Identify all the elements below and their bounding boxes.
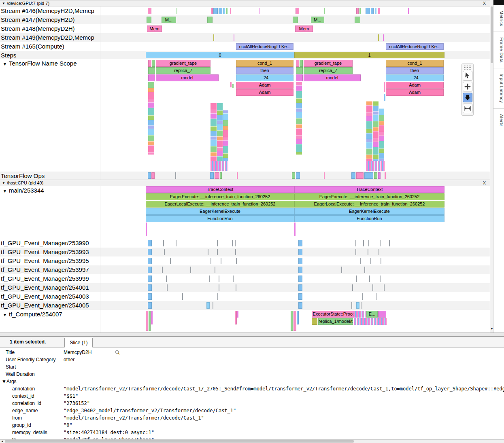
slice-nccl[interactable]: ncclAllReduceRingLLKe... [236, 43, 293, 50]
nested-slice-stack[interactable] [217, 103, 223, 171]
trace-slice[interactable] [359, 8, 361, 14]
slice-eager_kernel[interactable]: EagerKernelExecute [294, 208, 444, 215]
trace-slice[interactable] [148, 8, 151, 14]
trace-slice[interactable] [148, 249, 152, 255]
horizontal-scrollbar[interactable]: ◄ [0, 439, 504, 443]
trace-slice[interactable] [163, 240, 164, 246]
trace-slice[interactable] [213, 34, 214, 41]
trace-slice[interactable] [298, 284, 302, 291]
slice-replica1[interactable]: replica_1/model/t... [318, 318, 353, 325]
trace-slice[interactable] [298, 240, 302, 246]
trace-slice[interactable] [208, 249, 208, 255]
trace-slice[interactable] [384, 94, 385, 101]
slice-_24[interactable]: _24 [386, 74, 444, 81]
trace-slice[interactable] [233, 276, 234, 282]
trace-slice[interactable] [355, 240, 356, 246]
trace-slice[interactable] [296, 8, 299, 14]
trace-slice[interactable] [371, 8, 374, 14]
trace-slice[interactable] [259, 8, 260, 14]
search-icon[interactable] [115, 350, 120, 355]
trace-slice[interactable] [235, 311, 237, 324]
collapse-arrow[interactable]: ▼ [2, 181, 5, 185]
tab-slice[interactable]: Slice (1) [64, 338, 93, 348]
slice-then[interactable]: then [236, 67, 293, 74]
trace-slice[interactable] [217, 293, 218, 300]
slice-eager_local[interactable]: EagerLocalExecute: __inference_train_fun… [146, 201, 294, 208]
trace-slice[interactable] [298, 276, 302, 282]
sidebar-tab-frame-data[interactable]: Frame Data [493, 32, 504, 68]
slice-function_run[interactable]: FunctionRun [146, 215, 294, 222]
trace-slice[interactable] [148, 67, 155, 74]
trace-slice[interactable] [146, 223, 147, 236]
trace-slice[interactable] [190, 267, 191, 273]
trace-slice[interactable] [298, 249, 302, 255]
trace-slice[interactable] [235, 249, 236, 255]
trace-slice[interactable] [237, 172, 238, 179]
trace-slice[interactable] [148, 293, 152, 300]
trace-slice[interactable] [237, 311, 238, 318]
timing-tool-button[interactable] [463, 104, 472, 113]
slice-eager_execute[interactable]: EagerExecute: __inference_train_function… [146, 193, 294, 200]
trace-slice[interactable] [152, 60, 155, 67]
trace-slice[interactable] [341, 267, 342, 273]
slice-adam[interactable]: Adam [386, 82, 444, 89]
trace-slice[interactable] [230, 82, 232, 87]
trace-slice[interactable] [383, 34, 384, 41]
selection-tool-button[interactable] [463, 71, 472, 81]
trace-slice[interactable] [381, 258, 381, 264]
dense-slice-stripes[interactable] [211, 161, 228, 171]
trace-slice[interactable] [293, 17, 298, 23]
trace-slice[interactable] [146, 311, 148, 331]
trace-slice[interactable] [369, 276, 370, 282]
trace-slice[interactable] [355, 17, 360, 23]
trace-slice[interactable] [291, 311, 293, 331]
trace-slice[interactable] [362, 293, 363, 300]
trace-slice[interactable] [235, 240, 236, 246]
trace-slice[interactable] [230, 8, 231, 14]
trace-slice[interactable] [148, 284, 152, 291]
sidebar-tab-alerts[interactable]: Alerts [493, 109, 504, 132]
trace-slice[interactable] [220, 172, 222, 179]
trace-slice[interactable] [206, 302, 210, 309]
trace-slice[interactable] [366, 8, 370, 14]
collapse-arrow[interactable]: ▼ [3, 313, 7, 317]
collapse-arrow[interactable]: ▼ [3, 62, 7, 66]
trace-slice[interactable] [148, 276, 152, 282]
slice-gradient_tape[interactable]: gradient_tape [304, 60, 353, 67]
trace-slice[interactable] [215, 267, 215, 273]
trace-slice[interactable] [166, 276, 167, 282]
trace-slice[interactable] [210, 172, 214, 179]
trace-slice[interactable] [149, 311, 151, 331]
slice-replica_7[interactable]: replica_7 [156, 67, 211, 74]
slice-eager_local[interactable]: EagerLocalExecute: __inference_train_fun… [294, 201, 444, 208]
zoom-tool-button[interactable] [463, 93, 472, 102]
slice-e_short[interactable]: E... [366, 311, 378, 318]
collapse-arrow[interactable]: ▼ [3, 189, 7, 193]
trace-slice[interactable] [292, 172, 295, 179]
trace-slice[interactable] [211, 8, 213, 14]
trace-slice[interactable] [293, 311, 296, 331]
slice-_24[interactable]: _24 [236, 74, 293, 81]
trace-slice[interactable] [148, 267, 152, 273]
trace-slice[interactable] [232, 240, 233, 246]
slice-eager_kernel[interactable]: EagerKernelExecute [146, 208, 294, 215]
trace-slice[interactable] [151, 311, 153, 324]
slice-adam[interactable]: Adam [236, 89, 293, 96]
trace-slice[interactable] [170, 258, 171, 264]
slice-adam[interactable]: Adam [236, 82, 293, 89]
scroll-left-arrow-icon[interactable]: ◄ [0, 440, 4, 443]
trace-slice[interactable] [176, 240, 177, 246]
trace-slice[interactable] [355, 249, 356, 255]
trace-slice[interactable] [213, 8, 218, 14]
dense-slice-stripes[interactable] [366, 161, 385, 171]
trace-slice[interactable] [219, 276, 219, 282]
slice-mem[interactable]: Mem [295, 25, 313, 32]
trace-slice[interactable] [236, 284, 236, 291]
trace-slice[interactable] [384, 284, 385, 291]
trace-slice[interactable] [296, 74, 303, 81]
trace-slice[interactable] [372, 284, 373, 291]
trace-slice[interactable] [296, 67, 303, 74]
trace-slice[interactable] [298, 267, 302, 273]
trace-slice[interactable] [300, 60, 303, 67]
trace-slice[interactable] [378, 172, 381, 179]
